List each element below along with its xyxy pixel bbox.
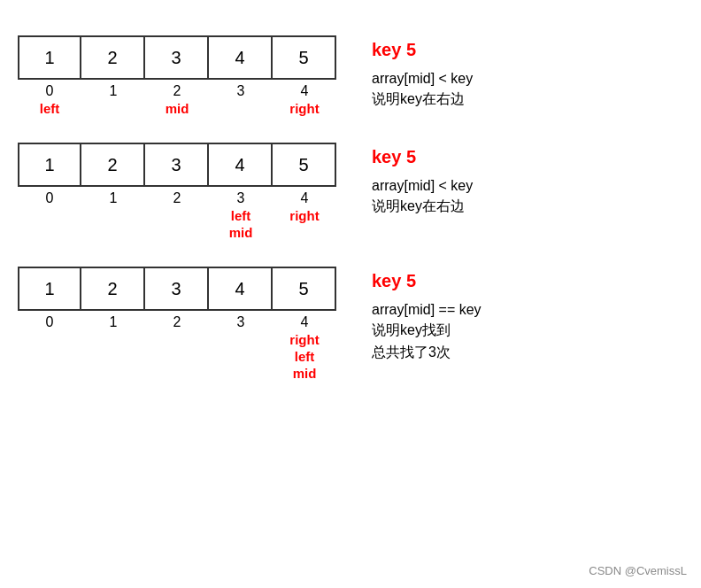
index-2-2: 2 [145,190,209,206]
info-line-1-1: array[mid] < key [372,71,473,87]
index-2-3: 3 [209,190,273,206]
label-empty-3-3 [209,332,273,347]
index-3-2: 2 [145,314,209,330]
index-1-2: 2 [145,83,209,99]
cell-2-0: 1 [18,143,81,187]
section-1: 1 2 3 4 5 0 1 2 3 4 left mid right [18,35,683,116]
array-cells-2: 1 2 3 4 5 [18,143,336,187]
label-empty-3-2 [145,332,209,347]
label-empty-3b-3 [209,349,273,364]
index-1-0: 0 [18,83,81,99]
label-empty-3b-0 [18,349,81,364]
index-2-4: 4 [273,190,336,206]
label-mid-3: mid [273,366,336,381]
label-mid-2: mid [209,225,273,240]
label-empty-2-1 [81,208,145,223]
label-row-1: left mid right [18,101,336,116]
label-left-1: left [18,101,81,116]
label-empty-3c-2 [145,366,209,381]
cell-2-1: 2 [81,143,145,187]
info-line-3-1: array[mid] == key [372,302,481,318]
index-row-3: 0 1 2 3 4 [18,314,336,330]
cell-1-0: 1 [18,35,81,80]
label-left-2: left [209,208,273,223]
label-right-1: right [273,101,336,116]
label-empty-3c-1 [81,366,145,381]
array-part-1: 1 2 3 4 5 0 1 2 3 4 left mid right [18,35,336,116]
index-2-0: 0 [18,190,81,206]
cell-1-2: 3 [145,35,209,80]
label-left-3: left [273,349,336,364]
index-3-3: 3 [209,314,273,330]
label-empty-3b-1 [81,349,145,364]
label-empty-2b-0 [18,225,81,240]
label-row-3c: mid [18,366,336,381]
cell-3-3: 4 [209,267,273,311]
info-part-3: key 5 array[mid] == key 说明key找到 总共找了3次 [372,267,481,366]
key-label-1: key 5 [372,40,473,60]
info-line-3-2: 说明key找到 [372,321,481,340]
key-label-3: key 5 [372,271,481,291]
label-empty-2-0 [18,208,81,223]
key-label-2: key 5 [372,147,473,167]
label-empty-2b-1 [81,225,145,240]
index-1-4: 4 [273,83,336,99]
cell-1-1: 2 [81,35,145,80]
label-row-2b: mid [18,225,336,240]
label-row-3b: left [18,349,336,364]
info-line-2-1: array[mid] < key [372,178,473,194]
label-mid-1: mid [145,101,209,116]
index-row-2: 0 1 2 3 4 [18,190,336,206]
label-empty-3b-2 [145,349,209,364]
label-row-3a: right [18,332,336,347]
info-line-1-2: 说明key在右边 [372,90,473,109]
index-row-1: 0 1 2 3 4 [18,83,336,99]
array-part-3: 1 2 3 4 5 0 1 2 3 4 right [18,267,336,381]
section-2: 1 2 3 4 5 0 1 2 3 4 left right [18,143,683,240]
cell-3-1: 2 [81,267,145,311]
label-right-3: right [273,332,336,347]
label-empty-2b-2 [145,225,209,240]
label-empty-2b-4 [273,225,336,240]
label-row-2a: left right [18,208,336,223]
array-part-2: 1 2 3 4 5 0 1 2 3 4 left right [18,143,336,240]
cell-3-4: 5 [273,267,336,311]
label-empty-1-1 [81,101,145,116]
cell-3-2: 3 [145,267,209,311]
cell-1-4: 5 [273,35,336,80]
array-cells-1: 1 2 3 4 5 [18,35,336,80]
index-2-1: 1 [81,190,145,206]
cell-2-2: 3 [145,143,209,187]
cell-1-3: 4 [209,35,273,80]
watermark: CSDN @CvemissL [589,564,687,577]
array-cells-3: 1 2 3 4 5 [18,267,336,311]
label-empty-3c-3 [209,366,273,381]
info-part-2: key 5 array[mid] < key 说明key在右边 [372,143,473,220]
label-empty-2-2 [145,208,209,223]
index-1-1: 1 [81,83,145,99]
cell-2-3: 4 [209,143,273,187]
cell-2-4: 5 [273,143,336,187]
info-line-3-3: 总共找了3次 [372,344,481,362]
label-right-2: right [273,208,336,223]
label-empty-3-1 [81,332,145,347]
index-3-0: 0 [18,314,81,330]
section-3: 1 2 3 4 5 0 1 2 3 4 right [18,267,683,381]
label-empty-3-0 [18,332,81,347]
index-1-3: 3 [209,83,273,99]
index-3-4: 4 [273,314,336,330]
info-part-1: key 5 array[mid] < key 说明key在右边 [372,35,473,112]
label-empty-3c-0 [18,366,81,381]
info-line-2-2: 说明key在右边 [372,197,473,216]
label-empty-1-2 [209,101,273,116]
index-3-1: 1 [81,314,145,330]
cell-3-0: 1 [18,267,81,311]
